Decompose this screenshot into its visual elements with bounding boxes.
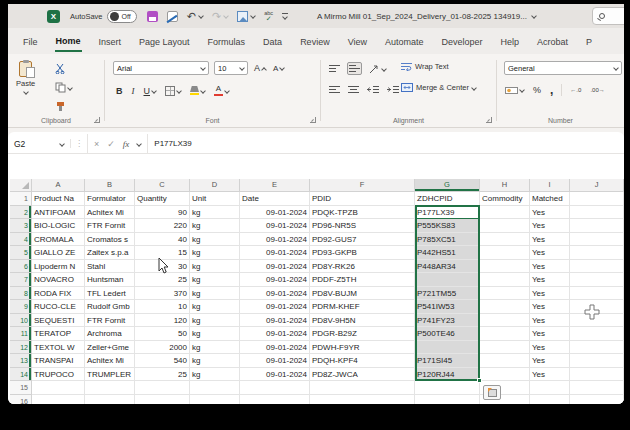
cell-I14[interactable]: Yes xyxy=(530,368,570,382)
cell-F10[interactable]: PD8V-9H5N xyxy=(310,314,415,328)
cell-C6[interactable]: 30 xyxy=(135,260,190,274)
name-box-dropdown-icon[interactable] xyxy=(59,141,65,147)
cell-F9[interactable]: PDRM-KHEF xyxy=(310,300,415,314)
cell-G5[interactable]: P442HS51 xyxy=(415,246,480,260)
cell-E12[interactable]: 09-01-2024 xyxy=(240,341,310,355)
row-header-2[interactable]: 2 xyxy=(10,206,32,220)
comma-style-button[interactable]: , xyxy=(549,85,554,95)
cell-F1[interactable]: PDID xyxy=(310,192,415,206)
cell-G8[interactable]: P721TM55 xyxy=(415,287,480,301)
cell-J9[interactable] xyxy=(570,300,624,314)
cell-G10[interactable]: P741FY23 xyxy=(415,314,480,328)
cell-J11[interactable] xyxy=(570,327,624,341)
cell-J16[interactable] xyxy=(570,395,624,405)
row-header-1[interactable]: 1 xyxy=(10,192,32,206)
cell-G6[interactable]: P448AR34 xyxy=(415,260,480,274)
cell-I3[interactable]: Yes xyxy=(530,219,570,233)
cell-A12[interactable]: TEXTOL W xyxy=(32,341,85,355)
middle-align-button[interactable] xyxy=(347,62,362,75)
enter-button[interactable]: ✓ xyxy=(107,139,115,149)
cell-J5[interactable] xyxy=(570,246,624,260)
cell-C12[interactable]: 2000 xyxy=(135,341,190,355)
column-header-G[interactable]: G xyxy=(415,179,480,192)
cell-I16[interactable] xyxy=(530,395,570,405)
align-left-button[interactable] xyxy=(328,84,341,95)
cell-C1[interactable]: Quantity xyxy=(135,192,190,206)
save-button[interactable] xyxy=(147,11,158,22)
wrap-text-button[interactable]: Wrap Text xyxy=(401,62,449,71)
clipboard-dialog-launcher-icon[interactable] xyxy=(94,117,100,123)
cell-B11[interactable]: Archroma xyxy=(85,327,135,341)
cell-B2[interactable]: Achitex Mi xyxy=(85,206,135,220)
cell-C3[interactable]: 220 xyxy=(135,219,190,233)
cell-C16[interactable] xyxy=(135,395,190,405)
column-header-J[interactable]: J xyxy=(570,179,624,192)
cell-F12[interactable]: PDWH-F9YR xyxy=(310,341,415,355)
tab-developer[interactable]: Developer xyxy=(441,32,484,51)
font-name-combo[interactable]: Arial xyxy=(113,61,209,75)
row-header-14[interactable]: 14 xyxy=(10,368,32,382)
tab-page-layout[interactable]: Page Layout xyxy=(138,32,191,51)
cell-H4[interactable] xyxy=(480,233,530,247)
cell-F15[interactable] xyxy=(310,381,415,395)
column-header-F[interactable]: F xyxy=(310,179,415,192)
cell-B13[interactable]: Achitex Mi xyxy=(85,354,135,368)
cell-I9[interactable]: Yes xyxy=(530,300,570,314)
cell-F6[interactable]: PD8Y-RK26 xyxy=(310,260,415,274)
fill-color-button[interactable] xyxy=(189,85,206,96)
column-header-B[interactable]: B xyxy=(85,179,135,192)
row-header-8[interactable]: 8 xyxy=(10,287,32,301)
cell-A11[interactable]: TERATOP xyxy=(32,327,85,341)
cell-D6[interactable]: kg xyxy=(190,260,240,274)
cell-H10[interactable] xyxy=(480,314,530,328)
cell-I6[interactable]: Yes xyxy=(530,260,570,274)
cell-C13[interactable]: 540 xyxy=(135,354,190,368)
cell-I10[interactable]: Yes xyxy=(530,314,570,328)
cell-B5[interactable]: Zaitex s.p.a xyxy=(85,246,135,260)
cell-B14[interactable]: TRUMPLER xyxy=(85,368,135,382)
cell-A6[interactable]: Lipoderm N xyxy=(32,260,85,274)
document-title[interactable]: A Mirmo Mill 01_Sep_2024_Delivery_01-08-… xyxy=(317,4,536,28)
number-format-combo[interactable]: General xyxy=(504,61,622,75)
name-box[interactable]: G2 xyxy=(8,134,70,153)
cell-B7[interactable]: Huntsman xyxy=(85,273,135,287)
cell-D12[interactable]: kg xyxy=(190,341,240,355)
tab-p[interactable]: P xyxy=(585,32,593,51)
cell-F16[interactable] xyxy=(310,395,415,405)
row-header-4[interactable]: 4 xyxy=(10,233,32,247)
tab-data[interactable]: Data xyxy=(262,32,283,51)
cell-F11[interactable]: PDGR-B29Z xyxy=(310,327,415,341)
cell-H3[interactable] xyxy=(480,219,530,233)
row-header-3[interactable]: 3 xyxy=(10,219,32,233)
cell-H13[interactable] xyxy=(480,354,530,368)
cell-D1[interactable]: Unit xyxy=(190,192,240,206)
cell-A3[interactable]: BIO-LOGIC xyxy=(32,219,85,233)
cell-H5[interactable] xyxy=(480,246,530,260)
format-painter-button[interactable] xyxy=(54,100,73,113)
cell-I8[interactable]: Yes xyxy=(530,287,570,301)
cell-E10[interactable]: 09-01-2024 xyxy=(240,314,310,328)
cell-D4[interactable]: kg xyxy=(190,233,240,247)
cell-D15[interactable] xyxy=(190,381,240,395)
cell-A4[interactable]: CROMALA xyxy=(32,233,85,247)
cell-A1[interactable]: Product Na xyxy=(32,192,85,206)
tab-review[interactable]: Review xyxy=(299,32,331,51)
cell-D10[interactable]: kg xyxy=(190,314,240,328)
cell-B1[interactable]: Formulator xyxy=(85,192,135,206)
cell-J13[interactable] xyxy=(570,354,624,368)
picture-dropdown-icon[interactable] xyxy=(250,13,256,19)
tab-view[interactable]: View xyxy=(347,32,368,51)
cell-D8[interactable]: kg xyxy=(190,287,240,301)
autosave-toggle-knob[interactable] xyxy=(110,12,119,21)
cell-I13[interactable]: Yes xyxy=(530,354,570,368)
cell-D3[interactable]: kg xyxy=(190,219,240,233)
redo-button[interactable]: ↷ xyxy=(212,11,228,22)
grow-font-button[interactable]: A xyxy=(253,62,267,74)
tab-file[interactable]: File xyxy=(22,32,39,51)
formula-bar-input[interactable]: P177LX39 xyxy=(148,139,624,148)
decrease-indent-button[interactable] xyxy=(366,84,380,95)
percent-style-button[interactable]: % xyxy=(532,84,542,96)
column-header-H[interactable]: H xyxy=(480,179,530,192)
cell-J12[interactable] xyxy=(570,341,624,355)
cell-G7[interactable] xyxy=(415,273,480,287)
